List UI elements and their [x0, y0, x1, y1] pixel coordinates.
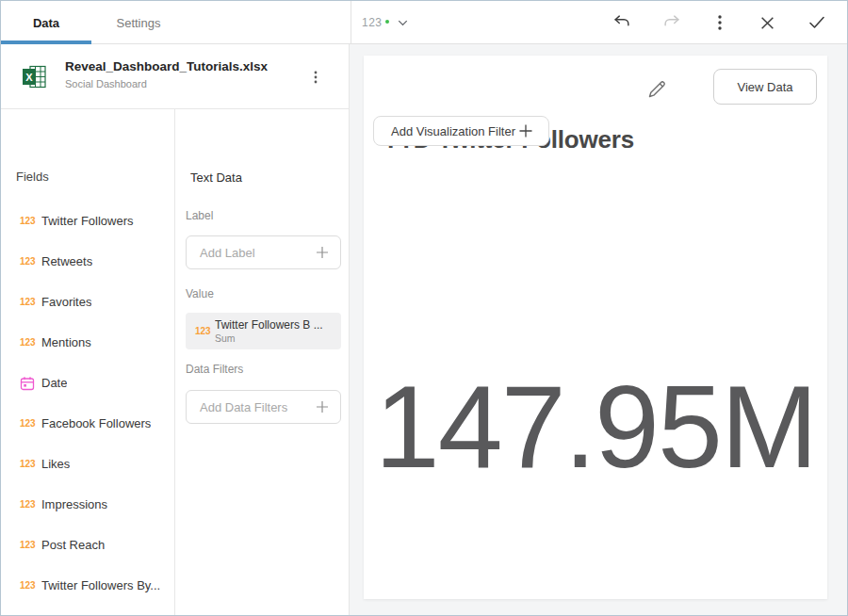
file-name: Reveal_Dashboard_Tutorials.xlsx	[65, 59, 268, 73]
kpi-value: 147.95M	[364, 368, 827, 485]
fields-column: Fields 123 Twitter Followers 123 Retweet…	[1, 109, 175, 616]
fields-title: Fields	[16, 170, 49, 184]
tab-settings[interactable]: Settings	[91, 1, 186, 44]
field-row[interactable]: 123 Twitter Followers By...	[1, 565, 175, 606]
field-row[interactable]: 123 Twitter Followers	[1, 201, 175, 241]
numeric-field-icon: 123	[20, 499, 41, 510]
value-aggregation: Sum	[215, 332, 323, 344]
field-label: Favorites	[41, 295, 91, 309]
field-row[interactable]: 123 Facebook Followers...	[1, 606, 175, 616]
field-row[interactable]: 123 Favorites	[1, 282, 175, 322]
plus-icon	[518, 123, 533, 138]
field-row[interactable]: 123 Mentions	[1, 322, 175, 363]
sheet-name: Social Dashboard	[65, 78, 147, 89]
data-panel: X Reveal_Dashboard_Tutorials.xlsx Social…	[1, 44, 350, 616]
redo-icon	[661, 12, 682, 33]
numeric-field-icon: 123	[20, 337, 41, 348]
label-section-title: Label	[186, 209, 213, 222]
field-row[interactable]: 123 Facebook Followers	[1, 403, 175, 444]
field-label: Post Reach	[41, 538, 105, 552]
tab-settings-label: Settings	[117, 16, 161, 30]
field-label: Twitter Followers By...	[41, 578, 160, 592]
text-data-editor: Text Data Label Add Label Value 123 Twit…	[176, 109, 350, 616]
numeric-field-icon: 123	[20, 459, 41, 469]
numeric-field-icon: 123	[20, 540, 41, 550]
field-label: Date	[41, 376, 67, 390]
active-tab-indicator	[1, 41, 91, 44]
undo-icon	[612, 12, 632, 33]
plus-icon	[316, 246, 329, 259]
editor-title: Text Data	[190, 170, 242, 185]
field-row[interactable]: 123 Impressions	[1, 484, 175, 525]
field-label: Facebook Followers	[41, 416, 151, 430]
close-button[interactable]	[754, 1, 780, 44]
numeric-field-icon: 123	[20, 256, 41, 267]
numeric-field-icon: 123	[20, 580, 41, 591]
field-row[interactable]: 123 Retweets	[1, 241, 175, 282]
value-field-chip[interactable]: 123 Twitter Followers B ... Sum	[186, 313, 341, 349]
field-list: 123 Twitter Followers 123 Retweets 123	[1, 201, 175, 616]
calendar-icon	[20, 376, 41, 391]
add-data-filters-field[interactable]: Add Data Filters	[186, 390, 341, 424]
close-icon	[759, 15, 775, 31]
more-options-button[interactable]	[707, 1, 733, 44]
visualization-card: YTD Twitter Followers View Data Add Visu…	[364, 56, 827, 599]
field-label: Impressions	[41, 497, 107, 511]
data-source-menu-button[interactable]	[304, 66, 327, 89]
field-type-dropdown-label: 123	[362, 16, 383, 29]
check-icon	[807, 13, 826, 32]
view-data-label: View Data	[737, 80, 792, 94]
numeric-field-icon: 123	[20, 297, 41, 307]
plus-icon	[316, 400, 329, 413]
field-label: Retweets	[41, 254, 92, 268]
numeric-field-icon: 123	[20, 216, 41, 226]
data-filters-section-title: Data Filters	[186, 363, 243, 376]
tab-data-label: Data	[33, 16, 59, 30]
visualization-editor-window: Data Settings 123	[0, 0, 848, 616]
value-section-title: Value	[186, 287, 214, 300]
view-data-button[interactable]: View Data	[713, 69, 817, 105]
field-type-dropdown[interactable]: 123	[362, 1, 410, 44]
svg-text:X: X	[25, 72, 33, 83]
add-data-filters-placeholder: Add Data Filters	[200, 400, 287, 414]
pencil-icon	[645, 78, 668, 101]
undo-button[interactable]	[609, 1, 635, 44]
redo-button[interactable]	[659, 1, 685, 44]
field-row[interactable]: 123 Post Reach	[1, 525, 175, 565]
field-label: Likes	[41, 457, 70, 471]
add-label-field[interactable]: Add Label	[186, 235, 341, 269]
value-field-name: Twitter Followers B ...	[215, 318, 323, 332]
numeric-field-icon: 123	[195, 326, 215, 336]
data-source-header: X Reveal_Dashboard_Tutorials.xlsx Social…	[1, 44, 350, 109]
status-dot	[385, 20, 389, 24]
add-label-placeholder: Add Label	[200, 246, 255, 260]
tab-data[interactable]: Data	[1, 1, 91, 44]
kebab-icon	[308, 70, 323, 85]
kebab-icon	[710, 13, 729, 32]
chevron-down-icon	[396, 16, 410, 30]
add-visualization-filter-button[interactable]: Add Visualization Filter	[373, 116, 549, 146]
confirm-button[interactable]	[804, 1, 830, 44]
field-row[interactable]: 123 Likes	[1, 444, 175, 484]
field-label: Twitter Followers	[41, 214, 134, 228]
topbar-divider	[351, 1, 351, 44]
numeric-field-icon: 123	[20, 418, 41, 429]
excel-file-icon: X	[22, 64, 47, 89]
add-visualization-filter-label: Add Visualization Filter	[391, 124, 515, 138]
topbar: Data Settings 123	[1, 1, 847, 44]
preview-area: YTD Twitter Followers View Data Add Visu…	[350, 44, 848, 616]
edit-title-button[interactable]	[644, 76, 670, 103]
field-row[interactable]: Date	[1, 363, 175, 403]
field-label: Mentions	[41, 335, 91, 349]
